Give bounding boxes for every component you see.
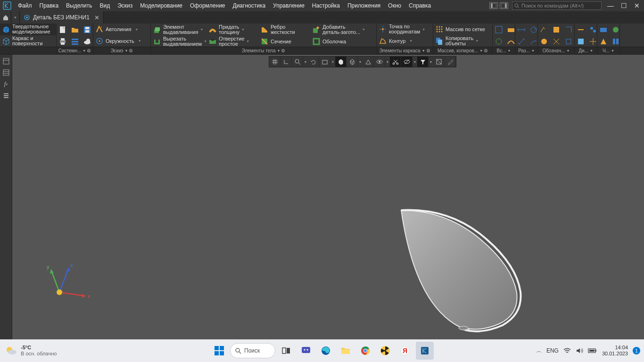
tab-dropdown[interactable]: ▼ [11,11,20,24]
filter-button[interactable] [417,57,429,67]
tree-panel-button[interactable] [1,57,11,66]
start-button[interactable] [210,342,228,360]
vars-panel-button[interactable]: fx [1,79,11,89]
wifi-icon[interactable] [563,347,571,354]
menu-help[interactable]: Справка [405,0,435,11]
menu-select[interactable]: Выделить [62,0,96,11]
circle-button[interactable]: Окружность▼ [93,35,150,47]
section-view-button[interactable] [433,57,445,67]
viewport-3d[interactable]: ▼ ▼ ▼ ▼ ▼ ▼ [12,55,644,339]
cloud-button[interactable] [81,35,93,47]
minimize-button[interactable]: — [605,2,616,9]
wireframe-button[interactable] [347,57,358,67]
dim-1[interactable] [515,24,528,35]
taskbar-search[interactable]: Поиск [230,343,275,358]
misc-1[interactable] [597,24,610,35]
menu-diagnostics[interactable]: Диагностика [229,0,270,11]
band-dim[interactable]: Раз...▼ [515,47,538,54]
point-coord-button[interactable]: Точка покоординатам▼ [377,24,433,35]
orient-button[interactable] [319,57,330,67]
menu-apps[interactable]: Приложения [344,0,384,11]
aux-1[interactable] [493,24,505,35]
misc-3[interactable] [597,35,610,47]
save-button[interactable] [81,24,93,35]
weather-widget[interactable]: -5°CВ осн. облачно [0,345,61,357]
grid-toggle[interactable] [269,57,281,67]
color-picker-button[interactable] [445,57,456,67]
tray-language[interactable]: ENG [546,347,559,354]
wireframe-mode[interactable]: Каркас иповерхности [0,35,56,47]
yandex-button[interactable]: Я [396,342,414,360]
menu-file[interactable]: Файл [14,0,36,11]
diag-3[interactable] [575,35,587,47]
hole-button[interactable]: Отверстиепростое▼ [206,35,258,47]
chat-button[interactable] [297,342,315,360]
shell-button[interactable]: Оболочка [310,35,371,47]
band-array[interactable]: Массив, копиров...▼⚙ [433,47,493,54]
params-panel-button[interactable] [1,68,11,77]
dim-3[interactable] [515,35,528,47]
command-search-input[interactable]: Поиск по командам (Alt+/) [512,1,602,10]
diag-1[interactable] [575,24,587,35]
menu-sketch[interactable]: Эскиз [114,0,136,11]
task-view-button[interactable] [277,342,295,360]
hide-button[interactable] [401,57,413,67]
add-part-button[interactable]: Добавитьдеталь-загото...▼ [310,24,371,35]
array-grid-button[interactable]: Массив по сетке [433,24,492,35]
ann-1[interactable] [538,24,550,35]
solid-modeling-mode[interactable]: Твердотельноемоделирование [0,24,56,35]
notification-badge[interactable]: 1 [633,347,640,354]
contour-button[interactable]: Контур▼ [377,35,433,47]
band-aux[interactable]: Вс...▼ [493,47,515,54]
home-tab[interactable] [0,11,11,24]
more-panel-button[interactable] [1,90,11,100]
aux-3[interactable] [493,35,505,47]
band-sketch[interactable]: Эскиз▼⚙ [93,47,151,54]
ann-6[interactable] [562,35,575,47]
rib-button[interactable]: Реброжесткости [258,24,310,35]
band-diag[interactable]: Ди...▼ [575,47,597,54]
autoline-button[interactable]: Автолиния▼ [93,24,150,35]
band-system[interactable]: Системн...▼⚙ [57,47,93,54]
print-button[interactable] [57,35,69,47]
document-tab[interactable]: Деталь БЕЗ ИМЕНИ1 ✕ [20,11,104,24]
battery-icon[interactable] [588,348,597,354]
menu-manage[interactable]: Управление [269,0,308,11]
menu-settings[interactable]: Настройка [308,0,344,11]
band-body[interactable]: Элементы тела▼⚙ [151,47,377,54]
menu-view[interactable]: Вид [96,0,114,11]
band-ann[interactable]: Обознач...▼ [538,47,575,54]
close-button[interactable]: ✕ [632,2,642,9]
layout-toggle-2-icon[interactable] [500,2,508,9]
new-doc-button[interactable] [57,24,69,35]
menu-edit[interactable]: Правка [36,0,63,11]
menu-window[interactable]: Окно [384,0,405,11]
ucs-button[interactable] [281,57,292,67]
section-button[interactable]: Сечение [258,35,310,47]
perspective-button[interactable] [363,57,374,67]
menu-modeling[interactable]: Моделирование [136,0,186,11]
band-frame[interactable]: Элементы каркаса▼⚙ [377,47,433,54]
thicken-button[interactable]: Придатьтолщину▼ [206,24,258,35]
misc-2[interactable] [610,24,622,35]
layout-toggle-1-icon[interactable] [489,2,498,9]
band-misc[interactable]: Ч...▼ [597,47,620,54]
open-button[interactable] [69,24,81,35]
menu-design[interactable]: Оформление [186,0,229,11]
close-tab-button[interactable]: ✕ [94,14,99,21]
cut-extrude-button[interactable]: Вырезатьвыдавливанием▼ [151,35,206,47]
volume-icon[interactable] [576,347,583,354]
explorer-button[interactable] [337,342,355,360]
kompas-taskbar-button[interactable] [416,342,434,360]
zoom-button[interactable] [292,57,303,67]
visibility-button[interactable] [374,57,385,67]
ann-4[interactable] [538,35,550,47]
misc-4[interactable] [610,35,622,47]
shaded-edges-button[interactable] [335,57,347,67]
app-nuclear-button[interactable] [376,342,394,360]
properties-button[interactable] [69,35,81,47]
clock[interactable]: 14:0430.01.2023 [602,345,628,357]
copy-objects-button[interactable]: Копироватьобъекты▼ [433,35,492,47]
tray-chevron[interactable]: ︿ [537,347,542,354]
trim-button[interactable] [390,57,401,67]
